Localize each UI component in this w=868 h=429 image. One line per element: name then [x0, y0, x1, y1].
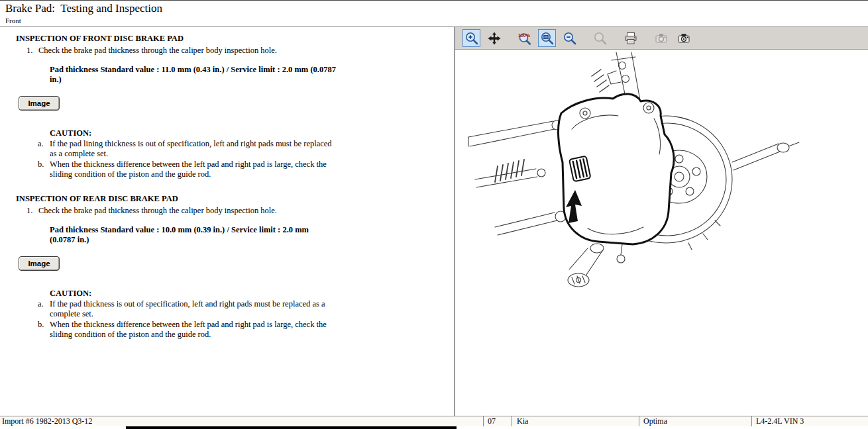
- section-rear-disc-brake-pad: INSPECTION OF REAR DISC BRAKE PAD 1. Che…: [16, 194, 454, 340]
- brake-diagram-canvas[interactable]: [455, 50, 868, 416]
- image-button-front[interactable]: Image: [19, 96, 60, 111]
- status-bar: Import #6 1982-2013 Q3-12 07 Kia Optima …: [0, 416, 868, 426]
- status-code: 07: [483, 416, 512, 426]
- caution-label: CAUTION:: [50, 289, 454, 299]
- caution-text: When the thickness difference between th…: [50, 320, 335, 340]
- pad-thickness-spec: Pad thickness Standard value : 11.0 mm (…: [50, 65, 336, 85]
- print-icon[interactable]: [622, 29, 639, 47]
- snapshot-icon: [652, 29, 670, 47]
- header: Brake Pad: Testing and Inspection Front: [0, 1, 868, 27]
- brake-assembly-drawing: [455, 50, 867, 412]
- pad-thickness-spec: Pad thickness Standard value : 10.0 mm (…: [50, 225, 336, 245]
- step-text: Check the brake pad thickness through th…: [38, 46, 277, 56]
- status-make: Kia: [512, 416, 639, 426]
- article-pane: INSPECTION OF FRONT DISC BRAKE PAD 1. Ch…: [0, 27, 454, 416]
- caution-item-a: a. If the pad lining thickness is out of…: [38, 139, 335, 159]
- caution-text: If the pad thickness is out of specifica…: [50, 299, 335, 319]
- zoom-dynamic-icon: [591, 29, 609, 47]
- caution-item-b: b. When the thickness difference between…: [38, 160, 335, 179]
- page-title: Brake Pad: Testing and Inspection: [5, 2, 863, 15]
- zoom-out-icon[interactable]: [561, 29, 578, 47]
- page-subtitle: Front: [5, 17, 863, 24]
- caution-item-b: b. When the thickness difference between…: [38, 320, 335, 340]
- status-import-info: Import #6 1982-2013 Q3-12: [0, 416, 483, 426]
- step-item: 1. Check the brake pad thickness through…: [27, 206, 331, 216]
- caution-letter: b.: [38, 320, 50, 340]
- zoom-window-icon[interactable]: [538, 29, 556, 47]
- image-button-rear[interactable]: Image: [19, 256, 60, 271]
- zoom-in-icon[interactable]: [462, 29, 480, 47]
- caution-text: If the pad lining thickness is out of sp…: [50, 139, 335, 159]
- app-window: Brake Pad: Testing and Inspection Front …: [0, 0, 868, 429]
- caution-letter: b.: [38, 160, 50, 179]
- section-heading: INSPECTION OF REAR DISC BRAKE PAD: [16, 194, 454, 204]
- section-front-disc-brake-pad: INSPECTION OF FRONT DISC BRAKE PAD 1. Ch…: [16, 34, 454, 179]
- step-item: 1. Check the brake pad thickness through…: [27, 46, 331, 56]
- step-number: 1.: [27, 46, 38, 56]
- caution-letter: a.: [38, 299, 50, 319]
- caution-item-a: a. If the pad thickness is out of specif…: [38, 299, 335, 319]
- caution-label: CAUTION:: [50, 128, 454, 138]
- step-text: Check the brake pad thickness through th…: [38, 206, 277, 216]
- status-model: Optima: [639, 416, 751, 426]
- taskbar-strip: [126, 426, 457, 429]
- svg-text:100%: 100%: [518, 33, 531, 38]
- image-pane: 100%: [455, 27, 868, 416]
- image-toolbar: 100%: [455, 27, 868, 50]
- status-engine: L4-2.4L VIN 3: [751, 416, 868, 426]
- caution-letter: a.: [38, 139, 50, 159]
- zoom-100-icon[interactable]: 100%: [515, 29, 533, 47]
- caution-text: When the thickness difference between th…: [50, 160, 335, 179]
- bottom-edge: [0, 426, 868, 429]
- section-heading: INSPECTION OF FRONT DISC BRAKE PAD: [16, 34, 454, 44]
- pan-icon[interactable]: [485, 29, 503, 47]
- camera-icon[interactable]: [675, 29, 692, 47]
- step-number: 1.: [27, 206, 38, 216]
